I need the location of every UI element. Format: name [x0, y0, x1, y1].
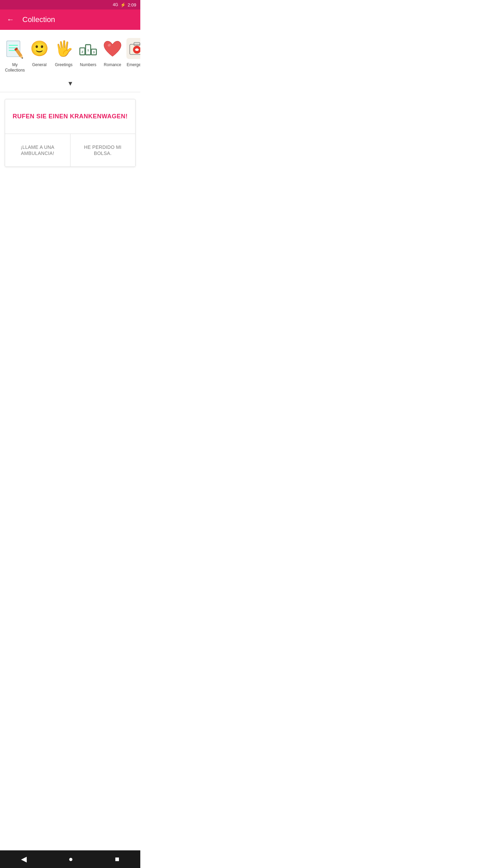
translation-right[interactable]: HE PERDIDO MI BOLSA.	[70, 134, 136, 166]
card-top: RUFEN SIE EINEN KRANKENWAGEN!	[5, 99, 135, 134]
section-divider	[0, 92, 140, 92]
romance-icon-wrapper	[101, 37, 124, 60]
translation-left[interactable]: ¡LLAME A UNA AMBULANCIA!	[5, 134, 70, 166]
card-bottom: ¡LLAME A UNA AMBULANCIA! HE PERDIDO MI B…	[5, 134, 135, 166]
general-face-icon: 🙂	[30, 40, 49, 57]
clock: 2:09	[128, 2, 136, 7]
emergency-icon-wrapper	[125, 37, 140, 60]
category-emergency[interactable]: Emergency	[125, 37, 140, 68]
svg-text:3: 3	[93, 51, 95, 54]
general-label: General	[32, 62, 47, 68]
category-numbers[interactable]: 2 1 3 Numbers	[77, 37, 100, 68]
romance-label: Romance	[104, 62, 121, 68]
signal-icon: 4G	[113, 2, 118, 7]
numbers-podium-icon: 2 1 3	[78, 38, 98, 59]
greetings-icon-wrapper: 🖐️	[52, 37, 76, 60]
svg-text:1: 1	[87, 48, 89, 52]
expand-chevron-container[interactable]: ▾	[0, 76, 140, 92]
status-bar: 4G ⚡ 2:09	[0, 0, 140, 9]
chevron-down-icon[interactable]: ▾	[68, 79, 72, 88]
category-romance[interactable]: Romance	[101, 37, 124, 68]
german-phrase: RUFEN SIE EINEN KRANKENWAGEN!	[13, 113, 128, 120]
app-bar: ← Collection	[0, 9, 140, 30]
phrase-card: RUFEN SIE EINEN KRANKENWAGEN! ¡LLAME A U…	[5, 99, 136, 167]
numbers-label: Numbers	[80, 62, 97, 68]
my-collections-label: My Collections	[3, 62, 26, 73]
general-icon-wrapper: 🙂	[27, 37, 51, 60]
category-my-collections[interactable]: My Collections	[3, 37, 26, 73]
back-button[interactable]: ←	[5, 14, 16, 25]
my-collections-icon-wrapper	[3, 37, 27, 60]
category-general[interactable]: 🙂 General	[28, 37, 51, 68]
numbers-icon-wrapper: 2 1 3	[76, 37, 100, 60]
svg-text:2: 2	[82, 50, 83, 54]
greetings-hand-icon: 🖐️	[55, 40, 73, 57]
battery-icon: ⚡	[120, 2, 126, 7]
category-greetings[interactable]: 🖐️ Greetings	[52, 37, 75, 68]
notepad-pencil-icon	[5, 38, 25, 59]
emergency-medkit-icon	[126, 38, 140, 59]
spanish-translation-1: ¡LLAME A UNA AMBULANCIA!	[21, 144, 54, 156]
category-row: My Collections 🙂 General 🖐️ Greetings 2 …	[0, 30, 140, 76]
svg-rect-19	[135, 49, 139, 51]
spanish-translation-2: HE PERDIDO MI BOLSA.	[84, 144, 121, 156]
emergency-label: Emergency	[127, 62, 140, 68]
greetings-label: Greetings	[55, 62, 73, 68]
romance-heart-icon	[102, 38, 123, 59]
app-bar-title: Collection	[22, 15, 55, 24]
